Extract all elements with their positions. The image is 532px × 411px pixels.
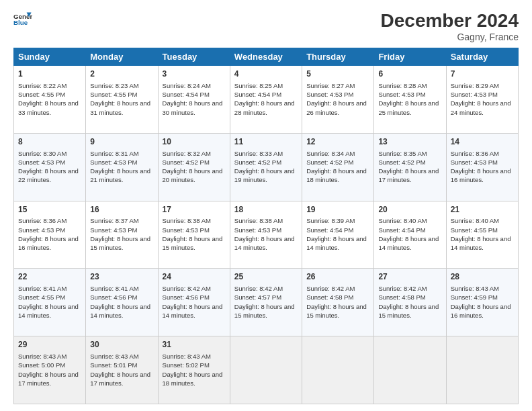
sunset-label: Sunset: 4:53 PM	[18, 226, 65, 234]
sunrise-label: Sunrise: 8:37 AM	[90, 217, 138, 224]
sunrise-label: Sunrise: 8:27 AM	[306, 82, 355, 89]
sunrise-label: Sunrise: 8:34 AM	[306, 150, 355, 157]
sunrise-label: Sunrise: 8:39 AM	[306, 217, 355, 224]
sunrise-label: Sunrise: 8:33 AM	[234, 150, 283, 157]
table-row: 14 Sunrise: 8:36 AM Sunset: 4:53 PM Dayl…	[446, 133, 518, 201]
daylight-label: Daylight: 8 hours and 15 minutes.	[163, 235, 223, 251]
sunset-label: Sunset: 4:54 PM	[163, 91, 210, 98]
day-number: 7	[451, 68, 514, 80]
daylight-label: Daylight: 8 hours and 21 minutes.	[90, 167, 150, 183]
daylight-label: Daylight: 8 hours and 25 minutes.	[378, 99, 439, 116]
sunrise-label: Sunrise: 8:42 AM	[306, 285, 355, 292]
daylight-label: Daylight: 8 hours and 20 minutes.	[163, 167, 223, 183]
daylight-label: Daylight: 8 hours and 14 minutes.	[451, 235, 511, 251]
day-number: 26	[306, 271, 369, 283]
daylight-label: Daylight: 8 hours and 18 minutes.	[163, 371, 223, 387]
day-number: 8	[18, 136, 81, 148]
col-friday: Friday	[374, 48, 446, 66]
sunrise-label: Sunrise: 8:41 AM	[18, 285, 66, 292]
table-row: 6 Sunrise: 8:28 AM Sunset: 4:53 PM Dayli…	[374, 66, 446, 134]
sunset-label: Sunset: 4:55 PM	[18, 91, 65, 98]
sunrise-label: Sunrise: 8:38 AM	[163, 217, 211, 224]
sunset-label: Sunset: 4:53 PM	[451, 91, 498, 98]
day-number: 27	[378, 271, 441, 283]
table-row: 31 Sunrise: 8:43 AM Sunset: 5:02 PM Dayl…	[158, 336, 230, 404]
col-thursday: Thursday	[302, 48, 374, 66]
table-row: 10 Sunrise: 8:32 AM Sunset: 4:52 PM Dayl…	[158, 133, 230, 201]
table-row: 7 Sunrise: 8:29 AM Sunset: 4:53 PM Dayli…	[446, 66, 518, 134]
sunset-label: Sunset: 5:00 PM	[18, 361, 65, 369]
sunset-label: Sunset: 4:53 PM	[234, 226, 281, 234]
sunrise-label: Sunrise: 8:43 AM	[451, 285, 499, 292]
sunset-label: Sunset: 4:58 PM	[306, 293, 353, 301]
daylight-label: Daylight: 8 hours and 28 minutes.	[234, 99, 295, 116]
daylight-label: Daylight: 8 hours and 19 minutes.	[234, 167, 295, 183]
day-number: 2	[90, 68, 153, 80]
table-row: 11 Sunrise: 8:33 AM Sunset: 4:52 PM Dayl…	[230, 133, 302, 201]
day-number: 18	[234, 204, 298, 216]
day-number: 23	[90, 271, 153, 283]
table-row: 23 Sunrise: 8:41 AM Sunset: 4:56 PM Dayl…	[86, 269, 158, 336]
sunrise-label: Sunrise: 8:40 AM	[378, 217, 427, 224]
table-row: 3 Sunrise: 8:24 AM Sunset: 4:54 PM Dayli…	[158, 66, 230, 134]
col-monday: Monday	[86, 48, 158, 66]
daylight-label: Daylight: 8 hours and 14 minutes.	[378, 235, 439, 251]
sunrise-label: Sunrise: 8:43 AM	[90, 353, 138, 360]
daylight-label: Daylight: 8 hours and 22 minutes.	[18, 167, 79, 183]
sunset-label: Sunset: 4:53 PM	[90, 226, 137, 234]
sunrise-label: Sunrise: 8:36 AM	[451, 150, 499, 157]
table-row: 2 Sunrise: 8:23 AM Sunset: 4:55 PM Dayli…	[86, 66, 158, 134]
sunset-label: Sunset: 4:53 PM	[90, 158, 137, 166]
col-saturday: Saturday	[446, 48, 518, 66]
sunrise-label: Sunrise: 8:30 AM	[18, 150, 66, 157]
sunset-label: Sunset: 4:52 PM	[234, 158, 281, 166]
calendar-table: Sunday Monday Tuesday Wednesday Thursday…	[13, 48, 519, 404]
sunrise-label: Sunrise: 8:42 AM	[163, 285, 211, 292]
sunset-label: Sunset: 5:02 PM	[163, 361, 210, 369]
day-number: 6	[378, 68, 441, 80]
sunrise-label: Sunrise: 8:29 AM	[451, 82, 499, 89]
sunrise-label: Sunrise: 8:43 AM	[163, 353, 211, 360]
sunrise-label: Sunrise: 8:40 AM	[451, 217, 499, 224]
sunset-label: Sunset: 5:01 PM	[90, 361, 137, 369]
daylight-label: Daylight: 8 hours and 15 minutes.	[90, 235, 150, 251]
sunrise-label: Sunrise: 8:35 AM	[378, 150, 427, 157]
sunrise-label: Sunrise: 8:22 AM	[18, 82, 66, 89]
day-number: 24	[163, 271, 226, 283]
table-row: 1 Sunrise: 8:22 AM Sunset: 4:55 PM Dayli…	[14, 66, 86, 134]
table-row: 24 Sunrise: 8:42 AM Sunset: 4:56 PM Dayl…	[158, 269, 230, 336]
daylight-label: Daylight: 8 hours and 14 minutes.	[306, 235, 367, 251]
daylight-label: Daylight: 8 hours and 17 minutes.	[378, 167, 439, 183]
sunrise-label: Sunrise: 8:23 AM	[90, 82, 138, 89]
location: Gagny, France	[381, 32, 519, 42]
day-number: 30	[90, 339, 153, 351]
logo: General Blue	[13, 10, 34, 29]
sunset-label: Sunset: 4:54 PM	[234, 91, 281, 98]
daylight-label: Daylight: 8 hours and 14 minutes.	[18, 303, 79, 319]
daylight-label: Daylight: 8 hours and 17 minutes.	[90, 371, 150, 387]
table-row	[302, 336, 374, 404]
day-number: 13	[378, 136, 441, 148]
day-number: 16	[90, 204, 153, 216]
sunrise-label: Sunrise: 8:28 AM	[378, 82, 427, 89]
sunset-label: Sunset: 4:53 PM	[451, 158, 498, 166]
sunset-label: Sunset: 4:55 PM	[90, 91, 137, 98]
sunset-label: Sunset: 4:55 PM	[451, 226, 498, 234]
table-row: 21 Sunrise: 8:40 AM Sunset: 4:55 PM Dayl…	[446, 201, 518, 269]
col-tuesday: Tuesday	[158, 48, 230, 66]
day-number: 14	[451, 136, 514, 148]
day-number: 11	[234, 136, 298, 148]
table-row: 28 Sunrise: 8:43 AM Sunset: 4:59 PM Dayl…	[446, 269, 518, 336]
sunset-label: Sunset: 4:55 PM	[18, 293, 65, 301]
daylight-label: Daylight: 8 hours and 15 minutes.	[378, 303, 439, 319]
table-row: 25 Sunrise: 8:42 AM Sunset: 4:57 PM Dayl…	[230, 269, 302, 336]
sunset-label: Sunset: 4:54 PM	[378, 226, 425, 234]
day-number: 25	[234, 271, 298, 283]
daylight-label: Daylight: 8 hours and 16 minutes.	[451, 303, 511, 319]
table-row: 15 Sunrise: 8:36 AM Sunset: 4:53 PM Dayl…	[14, 201, 86, 269]
sunrise-label: Sunrise: 8:43 AM	[18, 353, 66, 360]
header: General Blue December 2024 Gagny, France	[13, 10, 519, 42]
day-number: 1	[18, 68, 81, 80]
table-row: 12 Sunrise: 8:34 AM Sunset: 4:52 PM Dayl…	[302, 133, 374, 201]
sunrise-label: Sunrise: 8:25 AM	[234, 82, 283, 89]
